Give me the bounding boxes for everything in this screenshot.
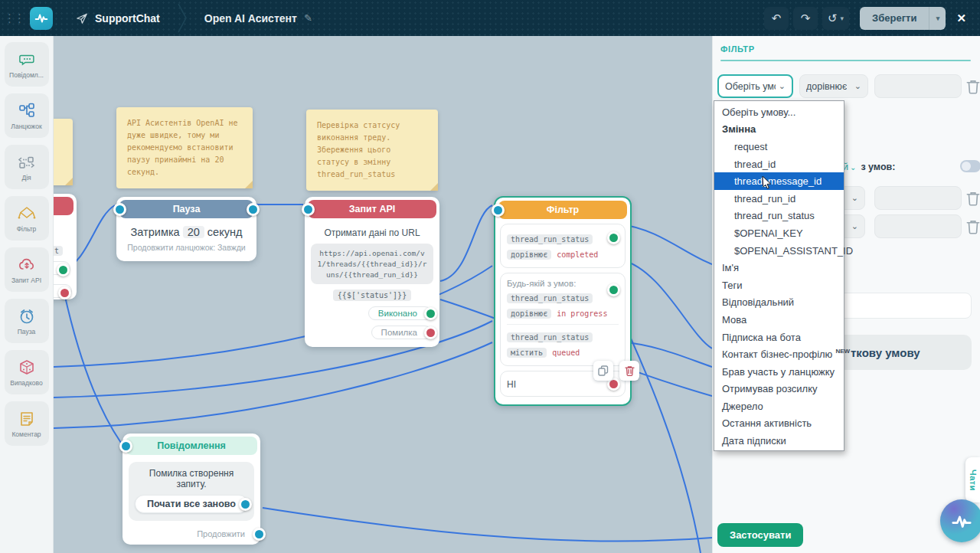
save-dropdown-toggle[interactable]: ▾ [929, 7, 946, 30]
node-header[interactable]: Повідомлення [126, 437, 257, 455]
dropdown-option[interactable]: Остання активність [714, 415, 844, 433]
condition-select-1[interactable]: Оберіть умову ⌄ [717, 74, 793, 98]
port-out[interactable] [247, 203, 260, 216]
delete-node-button[interactable] [619, 361, 639, 381]
message-text: Помилка створення запиту. [135, 468, 248, 489]
duplicate-node-button[interactable] [593, 361, 613, 381]
trash-icon[interactable] [966, 79, 980, 94]
save-button[interactable]: Зберегти ▾ [860, 7, 946, 30]
palette-item-pause[interactable]: Пауза [5, 299, 49, 343]
dropdown-option[interactable]: Мова [714, 311, 844, 329]
note-text: API Асистентів OpenAI не дуже швидке, то… [127, 119, 238, 176]
match-mode-label: з умов: [861, 162, 895, 172]
pause-clock-icon [18, 307, 36, 326]
port-continue[interactable] [253, 528, 266, 541]
dropdown-option[interactable]: thread_run_status [714, 208, 844, 225]
trash-icon[interactable] [966, 219, 980, 234]
condition-dropdown[interactable]: Оберіть умову... Змінна request thread_i… [714, 100, 844, 451]
sticky-note-partial[interactable] [54, 119, 73, 185]
palette-item-comment[interactable]: Коментар [5, 401, 49, 446]
undo-button[interactable]: ↶ [764, 7, 789, 30]
output-error[interactable]: Помилка [371, 326, 432, 339]
dropdown-option[interactable]: $OPENAI_ASSISTANT_ID [714, 242, 844, 260]
node-partial-api[interactable]: t [54, 194, 77, 299]
value-input-2[interactable] [874, 186, 962, 210]
pulse-icon [950, 509, 973, 532]
palette-item-random[interactable]: Випадково [5, 350, 49, 394]
message-bubble: Помилка створення запиту. Почати все зан… [129, 462, 254, 521]
dropdown-option[interactable]: Ім'я [714, 259, 844, 276]
port-condition-2[interactable] [607, 283, 620, 296]
port-error[interactable] [424, 326, 437, 339]
port-error[interactable] [58, 286, 71, 299]
dropdown-option[interactable]: Брав участь у ланцюжку [714, 363, 844, 381]
port-button[interactable] [239, 498, 252, 511]
filter-condition-2[interactable]: Будь-якій з умов: thread_run_status дорі… [500, 273, 626, 366]
kebab-menu-icon[interactable]: ⋮⋮ [4, 11, 24, 25]
palette-label: Коментар [11, 430, 41, 438]
filter-condition-1[interactable]: thread_run_status дорівнюєcompleted [500, 224, 626, 268]
pulse-icon [33, 10, 50, 27]
palette-label: Ланцюжок [11, 123, 41, 130]
palette-item-message[interactable]: Повідомл... [5, 42, 49, 87]
port-in[interactable] [113, 203, 126, 216]
operator-select-1[interactable]: дорівнює ⌄ [799, 74, 868, 98]
close-icon[interactable]: ✕ [956, 11, 966, 25]
dropdown-option[interactable]: thread_id [714, 155, 844, 173]
dropdown-option[interactable]: Оберіть умову... [714, 103, 844, 121]
history-button[interactable]: ↺▾ [822, 7, 849, 30]
chats-tab[interactable]: Чати [965, 457, 980, 502]
bot-name[interactable]: SupportChat [95, 12, 160, 25]
value-input-3[interactable] [874, 214, 962, 238]
sticky-note[interactable]: API Асистентів OpenAI не дуже швидке, то… [116, 107, 253, 188]
flow-canvas[interactable]: API Асистентів OpenAI не дуже швидке, то… [54, 36, 712, 553]
port-success[interactable] [57, 263, 70, 276]
trash-icon[interactable] [966, 191, 980, 206]
palette-item-flow[interactable]: Ланцюжок [5, 93, 49, 138]
redo-button[interactable]: ↷ [793, 7, 818, 30]
port-in[interactable] [302, 203, 315, 216]
dropdown-option[interactable]: Контакт бізнес-профілюNEW [714, 345, 844, 363]
palette-label: Пауза [18, 328, 36, 335]
node-api-request[interactable]: Запит API Отримати дані по URL https://a… [305, 197, 439, 347]
match-mode-toggle[interactable] [960, 160, 980, 172]
chevron-down-icon: ⌄ [776, 81, 786, 91]
output-done[interactable]: Виконано [368, 306, 432, 320]
support-chat-bubble[interactable] [940, 499, 980, 542]
port-success[interactable] [424, 307, 437, 320]
sticky-note[interactable]: Перевірка статсусу виконання треду. Збер… [306, 110, 438, 191]
port-in[interactable] [492, 204, 505, 217]
node-title: Запит API [349, 204, 395, 214]
node-header[interactable]: Фільтр [498, 201, 627, 219]
value-input-1[interactable] [874, 74, 962, 98]
node-pause[interactable]: Пауза Затримка 20 секунд Продовжити ланц… [116, 197, 256, 261]
dropdown-option[interactable]: Дата підписки [714, 432, 844, 450]
dropdown-option[interactable]: request [714, 138, 844, 155]
port-in[interactable] [119, 440, 132, 453]
node-message[interactable]: Повідомлення Помилка створення запиту. П… [122, 434, 260, 545]
app-logo[interactable] [30, 7, 53, 30]
port-condition-1[interactable] [607, 231, 620, 244]
delay-prefix: Затримка [131, 226, 180, 238]
dropdown-option[interactable]: thread_run_id [714, 190, 844, 208]
edit-title-icon[interactable]: ✎ [304, 12, 312, 24]
dropdown-option-selected[interactable]: thread_message_id [714, 172, 844, 190]
dropdown-option[interactable]: Джерело [714, 398, 844, 415]
dropdown-option[interactable]: Отримував розсилку [714, 381, 844, 398]
node-header[interactable] [54, 197, 74, 215]
node-header[interactable]: Пауза [119, 200, 253, 218]
palette-item-api-request[interactable]: Запит API [5, 247, 49, 292]
palette-item-filter[interactable]: Фільтр [5, 196, 49, 241]
dropdown-option[interactable]: Відповідальний [714, 294, 844, 312]
palette-item-action[interactable]: Дія [5, 145, 49, 189]
dropdown-option[interactable]: Підписка на бота [714, 329, 844, 346]
redo-icon: ↷ [801, 11, 811, 25]
telegram-plane-icon [76, 12, 88, 25]
quick-reply-button[interactable]: Почати все заново [135, 495, 248, 513]
node-header[interactable]: Запит API [308, 200, 436, 218]
delay-value[interactable]: 20 [183, 226, 204, 238]
dropdown-option[interactable]: $OPENAI_KEY [714, 224, 844, 242]
dropdown-option[interactable]: Теги [714, 276, 844, 294]
apply-button[interactable]: Застосувати [717, 523, 803, 547]
undo-icon: ↶ [772, 11, 782, 25]
